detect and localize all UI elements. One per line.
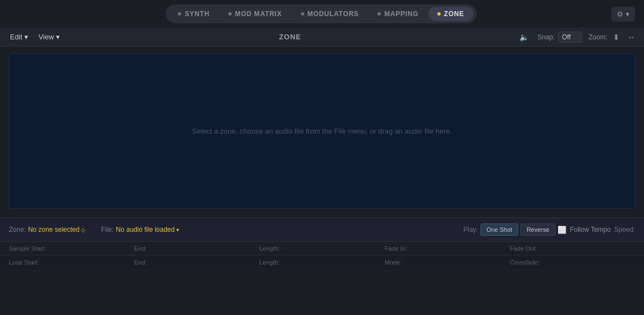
gear-icon: ⚙	[617, 10, 623, 18]
fade-out-group: Fade Out:	[510, 245, 635, 252]
loop-crossfade-label: Crossfade:	[510, 259, 539, 266]
loop-length-label: Length:	[259, 259, 280, 266]
edit-menu-button[interactable]: Edit ▾	[7, 31, 32, 43]
view-menu-button[interactable]: View ▾	[35, 31, 63, 43]
tab-zone[interactable]: ZONE	[428, 7, 473, 21]
zoom-full-button[interactable]: ↔	[625, 32, 637, 43]
sample-length-group: Length:	[259, 245, 385, 252]
tempo-icon: ⬜	[558, 226, 566, 234]
snap-select[interactable]: Off 1/4 1/8	[558, 32, 582, 43]
sample-length-label: Length:	[259, 245, 280, 252]
sample-end-group: End:	[134, 245, 259, 252]
sample-end-label: End:	[134, 245, 147, 252]
view-chevron-icon: ▾	[56, 33, 60, 41]
sample-start-group: Sample Start:	[9, 245, 134, 252]
main-content: Select a zone, choose an audio file from…	[0, 47, 644, 215]
follow-tempo-label: Follow Tempo	[570, 226, 611, 233]
tab-label-zone: ZONE	[444, 10, 464, 18]
reverse-button[interactable]: Reverse	[520, 223, 555, 236]
tab-label-modulators: MODULATORS	[308, 10, 359, 18]
tab-label-mod-matrix: MOD MATRIX	[235, 10, 282, 18]
tab-dot-zone	[437, 12, 441, 16]
tab-dot-mod-matrix	[228, 12, 232, 16]
speed-label: Speed:	[614, 226, 635, 233]
loop-end-label: End:	[134, 259, 147, 266]
fade-out-label: Fade Out:	[510, 245, 537, 252]
fade-in-group: Fade In:	[385, 245, 510, 252]
edit-label: Edit	[10, 33, 22, 41]
sample-start-label: Sample Start:	[9, 245, 46, 252]
tab-label-synth: SYNTH	[185, 10, 209, 18]
file-selector: File: No audio file loaded ▾	[101, 226, 179, 233]
tab-dot-synth	[178, 12, 181, 16]
tab-mapping[interactable]: MAPPING	[369, 7, 427, 21]
zoom-fit-icon: ⬍	[613, 33, 620, 42]
toolbar-title: ZONE	[68, 33, 512, 41]
tab-group: SYNTH MOD MATRIX MODULATORS MAPPING ZONE	[166, 4, 476, 23]
zoom-fit-button[interactable]: ⬍	[611, 32, 622, 43]
play-controls: Play: One Shot Reverse ⬜ Follow Tempo Sp…	[463, 223, 635, 236]
zone-selector: Zone: No zone selected ◇	[9, 226, 85, 233]
tab-dot-mapping	[377, 12, 381, 16]
loop-length-group: Length:	[259, 259, 385, 266]
snap-group: Snap: Off 1/4 1/8	[538, 32, 582, 43]
tab-modulators[interactable]: MODULATORS	[292, 7, 368, 21]
zone-chevron-icon: ◇	[81, 227, 85, 233]
loop-mode-label: Mode:	[385, 259, 402, 266]
top-nav: SYNTH MOD MATRIX MODULATORS MAPPING ZONE…	[0, 0, 644, 28]
zone-label: Zone:	[9, 226, 26, 233]
tempo-section: ⬜ Follow Tempo Speed:	[558, 226, 635, 234]
loop-start-label: Loop Start:	[9, 259, 39, 266]
tab-synth[interactable]: SYNTH	[169, 7, 218, 21]
zone-value-button[interactable]: No zone selected ◇	[28, 226, 86, 233]
fade-in-label: Fade In:	[385, 245, 407, 252]
zone-value-text: No zone selected	[28, 226, 80, 233]
file-value-button[interactable]: No audio file loaded ▾	[116, 226, 179, 233]
waveform-area[interactable]: Select a zone, choose an audio file from…	[9, 53, 635, 209]
mute-button[interactable]: 🔈	[517, 32, 531, 43]
edit-chevron-icon: ▾	[24, 33, 28, 41]
file-value-text: No audio file loaded	[116, 226, 175, 233]
speaker-icon: 🔈	[519, 33, 529, 42]
tab-mod-matrix[interactable]: MOD MATRIX	[219, 7, 290, 21]
toolbar-left: Edit ▾ View ▾	[7, 31, 63, 43]
tab-dot-modulators	[301, 12, 304, 16]
properties-bar: Sample Start: End: Length: Fade In: Fade…	[0, 241, 644, 255]
bottom-bar: Zone: No zone selected ◇ File: No audio …	[0, 217, 644, 241]
loop-bar: Loop Start: End: Length: Mode: Crossfade…	[0, 255, 644, 269]
reverse-label: Reverse	[527, 226, 549, 233]
zoom-group: Zoom: ⬍ ↔	[589, 32, 637, 43]
loop-start-group: Loop Start:	[9, 259, 134, 266]
view-label: View	[38, 33, 54, 41]
zoom-full-icon: ↔	[627, 33, 635, 42]
loop-crossfade-group: Crossfade:	[510, 259, 635, 266]
tab-label-mapping: MAPPING	[384, 10, 418, 18]
toolbar: Edit ▾ View ▾ ZONE 🔈 Snap: Off 1/4 1/8 Z…	[0, 28, 644, 47]
file-chevron-icon: ▾	[176, 227, 179, 233]
settings-button[interactable]: ⚙ ▾	[611, 7, 635, 22]
play-label: Play:	[463, 226, 478, 233]
one-shot-label: One Shot	[487, 226, 512, 233]
chevron-down-icon: ▾	[626, 10, 630, 18]
loop-end-group: End:	[134, 259, 259, 266]
waveform-placeholder: Select a zone, choose an audio file from…	[192, 127, 452, 135]
zoom-label: Zoom:	[589, 33, 607, 41]
snap-label: Snap:	[538, 33, 555, 41]
one-shot-button[interactable]: One Shot	[481, 223, 518, 236]
loop-mode-group: Mode:	[385, 259, 510, 266]
toolbar-right: 🔈 Snap: Off 1/4 1/8 Zoom: ⬍ ↔	[517, 32, 637, 43]
file-label: File:	[101, 226, 114, 233]
